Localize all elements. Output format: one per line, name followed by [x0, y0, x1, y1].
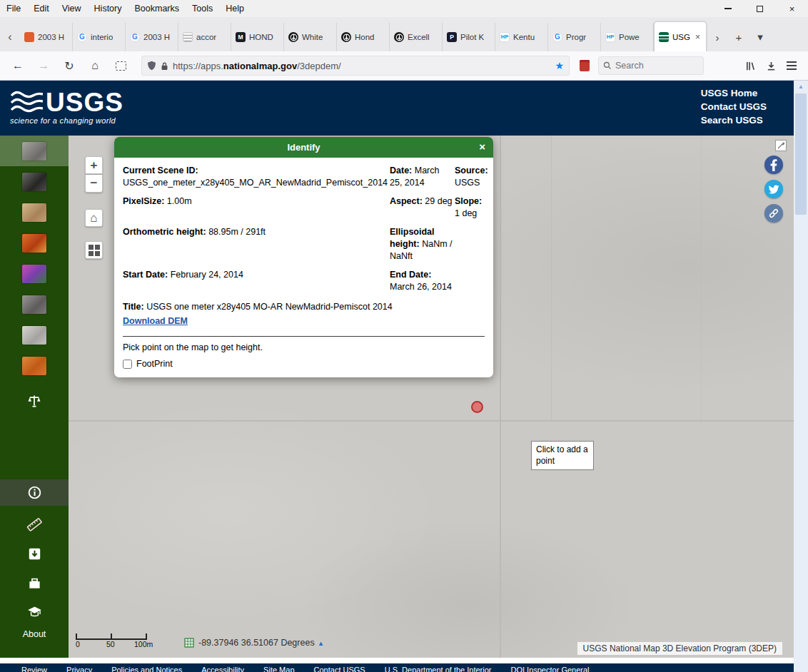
- tab-kentucky[interactable]: HP Kentu: [495, 23, 548, 51]
- back-icon[interactable]: ←: [7, 55, 29, 76]
- footprint-option[interactable]: FootPrint: [123, 358, 485, 370]
- footer-link-privacy[interactable]: Privacy: [66, 666, 92, 672]
- map-road: [701, 136, 702, 421]
- coordinates-caret-icon[interactable]: ▴: [319, 638, 323, 648]
- download-dem-link[interactable]: Download DEM: [123, 315, 188, 327]
- link-search-usgs[interactable]: Search USGS: [701, 114, 767, 127]
- identify-header[interactable]: Identify ×: [114, 137, 493, 158]
- layer-thumbnail-light[interactable]: [0, 320, 69, 350]
- share-link-icon[interactable]: [764, 204, 783, 223]
- menu-file[interactable]: File: [0, 1, 27, 16]
- menu-icon[interactable]: [787, 61, 797, 69]
- layer-thumb-image: [22, 203, 46, 222]
- tab-2003-h-2[interactable]: G 2003 H: [126, 23, 178, 51]
- tab-white[interactable]: White: [284, 23, 337, 51]
- menu-view[interactable]: View: [56, 1, 88, 16]
- hp-favicon: HP: [500, 32, 510, 42]
- search-input[interactable]: [615, 61, 687, 71]
- layer-thumbnail-hillshade[interactable]: [0, 136, 69, 166]
- usgs-logo[interactable]: USGS science for a changing world: [10, 88, 123, 125]
- download-tool-icon[interactable]: [0, 539, 69, 568]
- footer-link-accessibility[interactable]: Accessibility: [201, 666, 244, 672]
- reload-icon[interactable]: ↻: [59, 55, 80, 76]
- education-cap-icon[interactable]: [0, 598, 69, 626]
- page-scrollbar[interactable]: ▲: [794, 81, 808, 672]
- footer-link-contact[interactable]: Contact USGS: [314, 666, 365, 672]
- tab-scroll-right-icon[interactable]: ›: [707, 23, 728, 51]
- tab-hond[interactable]: Hond: [337, 23, 390, 51]
- scrollbar-thumb[interactable]: [795, 93, 807, 215]
- zoom-in-button[interactable]: +: [85, 156, 103, 174]
- layer-thumbnail-tan[interactable]: [0, 197, 69, 228]
- usgs-logo-text: USGS: [46, 88, 123, 118]
- tab-excell[interactable]: Excell: [390, 23, 443, 51]
- shield-icon[interactable]: [147, 61, 156, 71]
- tab-favicon: [24, 32, 34, 42]
- footer-link-inspector[interactable]: DOI Inspector General: [510, 666, 589, 672]
- library-icon[interactable]: [745, 61, 756, 71]
- link-contact-usgs[interactable]: Contact USGS: [701, 101, 767, 113]
- layer-thumbnail-orange[interactable]: [0, 228, 69, 258]
- url-text[interactable]: https://apps.nationalmap.gov/3depdem/: [173, 61, 550, 71]
- menu-history[interactable]: History: [88, 1, 128, 16]
- layer-thumbnail-gray[interactable]: [0, 289, 69, 320]
- footer-link-review[interactable]: Review: [21, 666, 47, 672]
- extension-icon[interactable]: [580, 60, 590, 71]
- minimize-icon[interactable]: [712, 0, 744, 17]
- url-bar[interactable]: https://apps.nationalmap.gov/3depdem/ ★: [141, 56, 570, 76]
- tab-program[interactable]: G Progr: [548, 23, 601, 51]
- tab-honda[interactable]: M HOND: [231, 23, 284, 51]
- identify-title: Identify: [287, 142, 320, 153]
- link-usgs-home[interactable]: USGS Home: [701, 87, 767, 100]
- facebook-icon[interactable]: [764, 156, 783, 174]
- tab-pilot[interactable]: P Pilot K: [443, 23, 495, 51]
- twitter-icon[interactable]: [764, 180, 783, 198]
- lock-icon[interactable]: [161, 61, 168, 71]
- identify-close-icon[interactable]: ×: [479, 141, 485, 153]
- measure-ruler-icon[interactable]: [0, 510, 69, 539]
- tab-interior[interactable]: G interio: [73, 23, 126, 51]
- footer-link-policies[interactable]: Policies and Notices: [111, 666, 182, 672]
- about-link[interactable]: About: [0, 629, 69, 639]
- peace-favicon: [394, 32, 404, 42]
- zoom-out-button[interactable]: −: [85, 175, 103, 193]
- overview-map-icon[interactable]: [775, 140, 787, 151]
- layer-thumbnail-amber[interactable]: [0, 350, 69, 381]
- map-home-button[interactable]: ⌂: [85, 209, 103, 227]
- m-favicon: M: [236, 32, 246, 42]
- bookmark-star-icon[interactable]: ★: [555, 60, 564, 71]
- scroll-up-icon[interactable]: ▲: [794, 81, 808, 93]
- tab-scroll-left-icon[interactable]: ‹: [0, 23, 20, 51]
- menu-bookmarks[interactable]: Bookmarks: [128, 1, 186, 16]
- menu-tools[interactable]: Tools: [186, 1, 219, 16]
- identify-tool-icon[interactable]: [0, 479, 69, 506]
- data-box-icon[interactable]: [0, 569, 69, 597]
- tab-close-icon[interactable]: ×: [694, 32, 702, 42]
- footprint-checkbox[interactable]: [123, 360, 132, 369]
- menu-edit[interactable]: Edit: [27, 1, 56, 16]
- tab-usgs-active[interactable]: USG ×: [654, 21, 707, 51]
- layer-thumbnail-magenta[interactable]: [0, 258, 69, 289]
- forward-icon[interactable]: →: [33, 55, 54, 76]
- list-all-tabs-icon[interactable]: ▾: [749, 23, 771, 51]
- maximize-icon[interactable]: [744, 0, 776, 17]
- close-icon[interactable]: ×: [776, 0, 808, 17]
- tab-powell[interactable]: HP Powe: [601, 23, 654, 51]
- menu-help[interactable]: Help: [219, 1, 251, 16]
- scales-icon[interactable]: [0, 387, 69, 415]
- google-favicon: G: [552, 32, 562, 42]
- field-ellipsoidal: Ellipsoidal height: NaNm / NaNft: [390, 226, 453, 263]
- tab-accord[interactable]: accor: [178, 23, 231, 51]
- tab-2003-h-1[interactable]: 2003 H: [20, 23, 73, 51]
- google-favicon: G: [77, 32, 87, 42]
- search-bar[interactable]: [598, 56, 704, 75]
- footer-link-sitemap[interactable]: Site Map: [263, 666, 294, 672]
- new-tab-icon[interactable]: +: [728, 23, 749, 51]
- map-canvas[interactable]: + − ⌂ Click to add a point Identify × Cu…: [69, 136, 794, 658]
- basemap-gallery-button[interactable]: [85, 241, 103, 259]
- home-icon[interactable]: ⌂: [84, 55, 106, 76]
- downloads-icon[interactable]: [766, 61, 777, 71]
- layer-thumbnail-dark[interactable]: [0, 166, 69, 197]
- footer-link-doi[interactable]: U.S. Department of the Interior: [385, 666, 492, 672]
- extension-toolbar-icon[interactable]: [110, 55, 131, 76]
